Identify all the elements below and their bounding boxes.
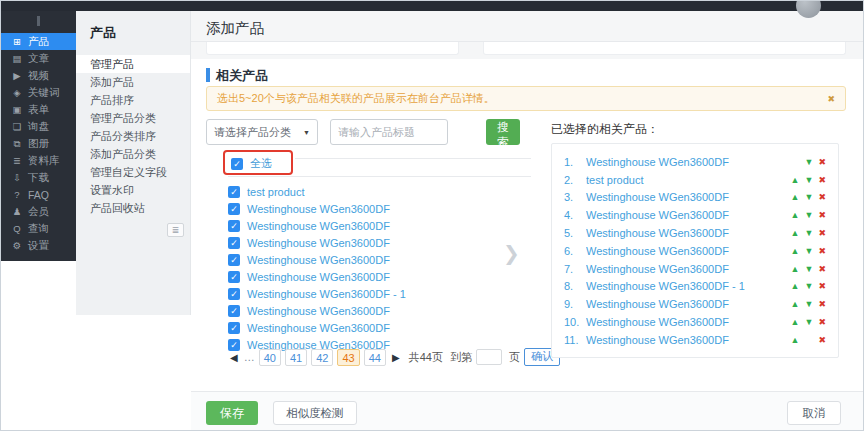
move-up-icon[interactable]: ▲ (791, 192, 800, 202)
category-select[interactable]: 请选择产品分类 ▼ (206, 119, 318, 145)
move-up-icon[interactable]: ▲ (791, 281, 800, 291)
selected-product-link[interactable]: Westinghouse WGen3600DF (586, 156, 791, 168)
remove-icon[interactable]: ✖ (818, 317, 826, 327)
move-down-icon[interactable]: ▼ (805, 175, 814, 185)
page-button-41[interactable]: 41 (285, 349, 307, 366)
product-list-item[interactable]: ✓Westinghouse WGen3600DF (228, 302, 406, 319)
remove-icon[interactable]: ✖ (818, 175, 826, 185)
product-list-item[interactable]: ✓Westinghouse WGen3600DF (228, 319, 406, 336)
product-list-item[interactable]: ✓test product (228, 183, 406, 200)
page-button-42[interactable]: 42 (311, 349, 333, 366)
move-down-icon[interactable]: ▼ (805, 157, 814, 167)
sidebar-item-faq[interactable]: ?FAQ (1, 186, 76, 203)
expand-chevron-icon[interactable]: ❯ (503, 241, 520, 265)
sidebar-item-library[interactable]: ≣资料库 (1, 152, 76, 169)
selected-product-link[interactable]: Westinghouse WGen3600DF (586, 227, 791, 239)
subsidebar-item-add-product[interactable]: 添加产品 (76, 73, 190, 91)
subsidebar-item-watermark[interactable]: 设置水印 (76, 181, 190, 199)
subsidebar-item-manage-products[interactable]: 管理产品 (76, 55, 190, 73)
move-down-icon[interactable]: ▼ (805, 281, 814, 291)
product-list-item[interactable]: ✓Westinghouse WGen3600DF (228, 200, 406, 217)
move-down-icon[interactable]: ▼ (805, 299, 814, 309)
move-down-icon[interactable]: ▼ (805, 228, 814, 238)
goto-page-input[interactable] (476, 349, 502, 365)
product-link[interactable]: Westinghouse WGen3600DF - 1 (247, 288, 406, 300)
selected-product-link[interactable]: Westinghouse WGen3600DF - 1 (586, 280, 791, 292)
remove-icon[interactable]: ✖ (818, 210, 826, 220)
remove-icon[interactable]: ✖ (818, 335, 826, 345)
product-list-item[interactable]: ✓Westinghouse WGen3600DF (228, 268, 406, 285)
product-link[interactable]: Westinghouse WGen3600DF (247, 271, 390, 283)
remove-icon[interactable]: ✖ (818, 264, 826, 274)
move-down-icon[interactable]: ▼ (805, 246, 814, 256)
move-up-icon[interactable]: ▲ (791, 335, 800, 345)
move-up-icon[interactable]: ▲ (791, 264, 800, 274)
move-up-icon[interactable]: ▲ (791, 175, 800, 185)
subsidebar-item-product-sort[interactable]: 产品排序 (76, 91, 190, 109)
subsidebar-item-manage-custom-fields[interactable]: 管理自定义字段 (76, 163, 190, 181)
move-down-icon[interactable]: ▼ (805, 264, 814, 274)
product-link[interactable]: Westinghouse WGen3600DF (247, 220, 390, 232)
selected-product-link[interactable]: Westinghouse WGen3600DF (586, 263, 791, 275)
remove-icon[interactable]: ✖ (818, 281, 826, 291)
sidebar-item-downloads[interactable]: ⇩下载 (1, 169, 76, 186)
move-up-icon[interactable]: ▲ (791, 317, 800, 327)
selected-product-link[interactable]: Westinghouse WGen3600DF (586, 245, 791, 257)
product-list-item[interactable]: ✓Westinghouse WGen3600DF - 1 (228, 285, 406, 302)
page-button-44[interactable]: 44 (364, 349, 386, 366)
subsidebar-item-category-sort[interactable]: 产品分类排序 (76, 127, 190, 145)
search-button[interactable]: 搜索 (486, 119, 520, 145)
cancel-button[interactable]: 取消 (787, 401, 841, 425)
remove-icon[interactable]: ✖ (818, 228, 826, 238)
product-checkbox[interactable]: ✓ (228, 254, 240, 266)
product-checkbox[interactable]: ✓ (228, 288, 240, 300)
selected-product-link[interactable]: Westinghouse WGen3600DF (586, 191, 791, 203)
product-checkbox[interactable]: ✓ (228, 305, 240, 317)
product-list-item[interactable]: ✓Westinghouse WGen3600DF (228, 234, 406, 251)
move-up-icon[interactable]: ▲ (791, 299, 800, 309)
product-link[interactable]: test product (247, 186, 304, 198)
sidebar-item-inquiries[interactable]: ❏询盘 (1, 118, 76, 135)
subsidebar-item-manage-categories[interactable]: 管理产品分类 (76, 109, 190, 127)
selected-product-link[interactable]: Westinghouse WGen3600DF (586, 334, 791, 346)
selected-product-link[interactable]: Westinghouse WGen3600DF (586, 209, 791, 221)
move-down-icon[interactable]: ▼ (805, 210, 814, 220)
sidebar-item-keywords[interactable]: ◈关键词 (1, 84, 76, 101)
sidebar-item-articles[interactable]: ▤文章 (1, 50, 76, 67)
move-up-icon[interactable]: ▲ (791, 246, 800, 256)
product-checkbox[interactable]: ✓ (228, 220, 240, 232)
save-button[interactable]: 保存 (206, 401, 258, 425)
similarity-check-button[interactable]: 相似度检测 (273, 401, 357, 425)
product-checkbox[interactable]: ✓ (228, 237, 240, 249)
remove-icon[interactable]: ✖ (818, 192, 826, 202)
move-up-icon[interactable]: ▲ (791, 210, 800, 220)
warning-close-icon[interactable]: ✖ (827, 94, 835, 104)
product-link[interactable]: Westinghouse WGen3600DF (247, 203, 390, 215)
sidebar-item-forms[interactable]: ▣表单 (1, 101, 76, 118)
move-up-icon[interactable]: ▲ (791, 228, 800, 238)
subsidebar-item-add-category[interactable]: 添加产品分类 (76, 145, 190, 163)
prev-page-icon[interactable]: ◀ (228, 352, 240, 363)
selected-product-link[interactable]: Westinghouse WGen3600DF (586, 298, 791, 310)
sidebar-item-search[interactable]: Q查询 (1, 220, 76, 237)
sidebar-item-products[interactable]: ⊞产品 (1, 33, 76, 50)
selected-product-link[interactable]: Westinghouse WGen3600DF (586, 316, 791, 328)
remove-icon[interactable]: ✖ (818, 157, 826, 167)
product-title-input[interactable] (330, 119, 448, 145)
selected-product-link[interactable]: test product (586, 174, 791, 186)
product-list-item[interactable]: ✓Westinghouse WGen3600DF (228, 217, 406, 234)
product-link[interactable]: Westinghouse WGen3600DF (247, 322, 390, 334)
product-link[interactable]: Westinghouse WGen3600DF (247, 254, 390, 266)
sidebar-item-videos[interactable]: ▶视频 (1, 67, 76, 84)
product-checkbox[interactable]: ✓ (228, 186, 240, 198)
page-button-43[interactable]: 43 (337, 349, 359, 366)
sidebar-item-members[interactable]: ♟会员 (1, 203, 76, 220)
next-page-icon[interactable]: ▶ (390, 352, 402, 363)
product-checkbox[interactable]: ✓ (228, 271, 240, 283)
remove-icon[interactable]: ✖ (818, 246, 826, 256)
product-checkbox[interactable]: ✓ (228, 322, 240, 334)
product-link[interactable]: Westinghouse WGen3600DF (247, 237, 390, 249)
page-button-40[interactable]: 40 (259, 349, 281, 366)
remove-icon[interactable]: ✖ (818, 299, 826, 309)
sidebar-item-settings[interactable]: ⚙设置 (1, 237, 76, 254)
